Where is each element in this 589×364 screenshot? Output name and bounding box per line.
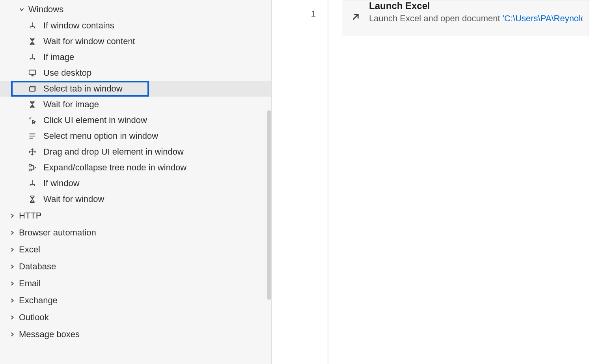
category-label: Browser automation — [19, 228, 96, 238]
chevron-right-icon — [9, 297, 16, 304]
category-label: Excel — [19, 245, 40, 255]
action-label: Select menu option in window — [43, 131, 158, 141]
step-description: Launch Excel and open document 'C:\Users… — [369, 13, 583, 24]
svg-rect-1 — [30, 87, 35, 91]
action-select-menu-option[interactable]: Select menu option in window — [0, 128, 271, 144]
category-windows[interactable]: Windows — [0, 1, 271, 18]
category-message-boxes[interactable]: Message boxes — [0, 326, 271, 343]
category-email[interactable]: Email — [0, 275, 271, 292]
hourglass-icon — [28, 194, 37, 204]
click-icon — [28, 116, 37, 125]
branch-icon — [28, 21, 37, 30]
svg-rect-0 — [29, 70, 36, 75]
chevron-right-icon — [9, 314, 16, 321]
action-select-tab-in-window[interactable]: Select tab in window — [0, 81, 271, 97]
category-excel[interactable]: Excel — [0, 241, 271, 258]
chevron-right-icon — [9, 331, 16, 338]
line-number: 1 — [272, 9, 328, 19]
action-use-desktop[interactable]: Use desktop — [0, 65, 271, 81]
actions-panel: Windows If window contains Wait for wind… — [0, 0, 272, 364]
action-if-image[interactable]: If image — [0, 49, 271, 65]
chevron-right-icon — [9, 229, 16, 236]
action-if-window[interactable]: If window — [0, 175, 271, 191]
step-desc-prefix: Launch Excel and open document — [369, 13, 503, 23]
category-exchange[interactable]: Exchange — [0, 292, 271, 309]
action-label: Click UI element in window — [43, 115, 147, 125]
action-if-window-contains[interactable]: If window contains — [0, 18, 271, 34]
action-wait-for-window[interactable]: Wait for window — [0, 191, 271, 207]
scrollbar-thumb[interactable] — [267, 110, 271, 300]
launch-arrow-icon — [349, 10, 363, 24]
category-label: Exchange — [19, 295, 58, 306]
action-label: If window — [43, 178, 80, 189]
line-number-gutter: 1 — [272, 0, 328, 364]
branch-icon — [28, 179, 37, 188]
chevron-right-icon — [9, 246, 16, 253]
action-wait-window-content[interactable]: Wait for window content — [0, 34, 271, 49]
action-label: Wait for window content — [43, 36, 135, 47]
flow-designer-panel: Launch Excel Launch Excel and open docum… — [328, 0, 589, 364]
category-http[interactable]: HTTP — [0, 207, 271, 224]
category-browser-automation[interactable]: Browser automation — [0, 224, 271, 241]
hourglass-icon — [28, 100, 37, 109]
action-label: Wait for window — [43, 194, 104, 204]
action-label: If window contains — [43, 21, 114, 31]
action-label: Wait for image — [43, 99, 99, 110]
action-expand-collapse-tree[interactable]: Expand/collapse tree node in window — [0, 160, 271, 175]
category-label: Windows — [28, 4, 63, 15]
chevron-right-icon — [9, 280, 16, 287]
step-file-path: 'C:\Users\PA\Reynolds\Documents\Challeng… — [503, 13, 583, 23]
category-label: Message boxes — [19, 329, 80, 340]
drag-icon — [28, 147, 37, 157]
flow-step-launch-excel[interactable]: Launch Excel Launch Excel and open docum… — [343, 0, 589, 36]
chevron-down-icon — [18, 6, 25, 13]
action-wait-for-image[interactable]: Wait for image — [0, 97, 271, 112]
tree-icon — [28, 163, 37, 172]
action-label: If image — [43, 52, 74, 62]
chevron-right-icon — [9, 212, 16, 219]
action-drag-drop-ui-element[interactable]: Drag and drop UI element in window — [0, 144, 271, 160]
category-label: HTTP — [19, 211, 41, 221]
category-label: Database — [19, 261, 56, 272]
hourglass-icon — [28, 37, 37, 46]
svg-rect-5 — [29, 164, 32, 166]
category-database[interactable]: Database — [0, 258, 271, 275]
chevron-right-icon — [9, 263, 16, 270]
tabs-icon — [28, 84, 37, 93]
desktop-icon — [28, 68, 37, 78]
action-label: Expand/collapse tree node in window — [43, 162, 186, 173]
category-label: Outlook — [19, 312, 49, 323]
category-outlook[interactable]: Outlook — [0, 309, 271, 326]
step-title: Launch Excel — [369, 0, 583, 11]
menu-lines-icon — [28, 131, 37, 141]
svg-rect-6 — [29, 169, 32, 171]
action-label: Drag and drop UI element in window — [43, 147, 184, 157]
action-label: Use desktop — [43, 68, 91, 78]
action-label: Select tab in window — [43, 84, 123, 94]
category-label: Email — [19, 278, 41, 289]
branch-icon — [28, 52, 37, 62]
action-click-ui-element[interactable]: Click UI element in window — [0, 112, 271, 128]
